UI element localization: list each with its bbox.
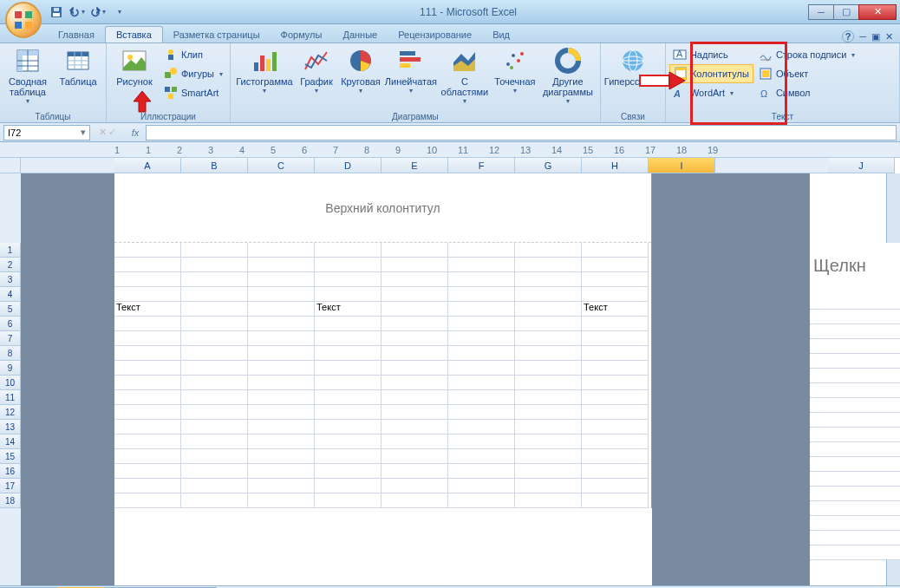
line-chart-icon [303, 47, 330, 75]
office-logo-icon [13, 10, 34, 30]
row-17[interactable]: 17 [0, 479, 21, 493]
shapes-button[interactable]: Фигуры [160, 64, 226, 83]
row-18[interactable]: 18 [0, 493, 21, 508]
row-12[interactable]: 12 [0, 405, 21, 420]
row-3[interactable]: 3 [0, 272, 21, 287]
select-all-button[interactable] [0, 158, 21, 173]
row-8[interactable]: 8 [0, 346, 21, 361]
name-box[interactable]: I72▾ [3, 125, 90, 140]
object-icon [759, 67, 773, 81]
row-1[interactable]: 1 [0, 243, 21, 258]
pivot-table-button[interactable]: Сводная таблица [3, 45, 52, 108]
group-charts: Гистограмма График Круговая Линейчатая С… [231, 43, 601, 122]
svg-rect-27 [168, 94, 173, 99]
svg-point-37 [512, 54, 515, 57]
row-14[interactable]: 14 [0, 434, 21, 449]
col-F[interactable]: F [448, 158, 515, 173]
pie-chart-icon [347, 47, 375, 75]
office-button[interactable] [5, 2, 42, 38]
symbol-icon: Ω [759, 86, 773, 100]
svg-text:A: A [676, 49, 683, 59]
redo-button[interactable] [89, 3, 107, 21]
tab-home[interactable]: Главная [48, 27, 105, 42]
close-button[interactable]: ✕ [858, 4, 897, 20]
col-B[interactable]: B [181, 158, 248, 173]
signature-line-button[interactable]: Строка подписи [755, 45, 858, 64]
svg-rect-30 [266, 59, 271, 71]
title-bar: 111 - Microsoft Excel ─ ▢ ✕ [0, 0, 900, 24]
row-7[interactable]: 7 [0, 331, 21, 346]
formula-input[interactable] [146, 125, 897, 140]
row-16[interactable]: 16 [0, 464, 21, 479]
table-button[interactable]: Таблица [54, 45, 102, 108]
tab-formulas[interactable]: Формулы [271, 27, 333, 42]
smartart-icon [164, 86, 178, 100]
area-chart-button[interactable]: С областями [439, 45, 491, 108]
redo-icon [90, 7, 101, 17]
maximize-button[interactable]: ▢ [833, 4, 859, 20]
qat-customize[interactable] [110, 3, 127, 21]
worksheet-area[interactable]: Верхний колонтитул ТекстТекстТекст Щелкн [21, 173, 886, 585]
picture-icon [121, 47, 148, 75]
col-A[interactable]: A [114, 158, 181, 173]
svg-point-38 [517, 59, 520, 62]
col-I[interactable]: I [649, 158, 715, 173]
bar-chart-button[interactable]: Линейчатая [385, 45, 437, 108]
page-2: Щелкн [810, 243, 900, 560]
row-11[interactable]: 11 [0, 390, 21, 405]
tab-insert[interactable]: Вставка [105, 26, 163, 42]
table-icon [64, 47, 92, 75]
col-D[interactable]: D [315, 158, 382, 173]
line-chart-button[interactable]: График [297, 45, 336, 108]
tab-pagelayout[interactable]: Разметка страницы [163, 27, 271, 42]
svg-rect-31 [272, 52, 277, 71]
minimize-button[interactable]: ─ [808, 4, 834, 20]
row-5[interactable]: 5 [0, 302, 21, 317]
group-links-label: Связи [604, 110, 662, 122]
symbol-button[interactable]: Ω Символ [755, 83, 858, 102]
clipart-icon [164, 48, 178, 62]
page2-header-hint[interactable]: Щелкн [810, 243, 900, 295]
svg-rect-22 [168, 55, 173, 60]
help-icon[interactable]: ? [842, 30, 854, 42]
group-charts-label: Диаграммы [234, 110, 597, 122]
other-charts-icon [554, 47, 582, 75]
save-button[interactable] [48, 3, 65, 21]
row-10[interactable]: 10 [0, 376, 21, 390]
col-E[interactable]: E [382, 158, 448, 173]
page-header[interactable]: Верхний колонтитул [114, 173, 651, 243]
other-charts-button[interactable]: Другие диаграммы [539, 45, 597, 108]
mdi-minimize-icon[interactable]: ─ [859, 31, 866, 42]
window-controls: ─ ▢ ✕ [809, 4, 897, 20]
row-6[interactable]: 6 [0, 317, 21, 331]
undo-button[interactable] [68, 3, 86, 21]
col-C[interactable]: C [248, 158, 315, 173]
scatter-chart-button[interactable]: Точечная [492, 45, 538, 108]
textbox-button[interactable]: A Надпись [669, 45, 753, 64]
row-15[interactable]: 15 [0, 449, 21, 464]
col-G[interactable]: G [515, 158, 582, 173]
mdi-close-icon[interactable]: ✕ [885, 31, 893, 42]
scatter-chart-icon [501, 47, 529, 75]
clipart-button[interactable]: Клип [160, 45, 226, 64]
row-9[interactable]: 9 [0, 361, 21, 376]
smartart-button[interactable]: SmartArt [160, 83, 226, 102]
object-button[interactable]: Объект [755, 64, 858, 83]
column-chart-icon [251, 47, 278, 75]
col-H[interactable]: H [582, 158, 649, 173]
mdi-restore-icon[interactable]: ▣ [871, 31, 880, 42]
col-J[interactable]: J [828, 158, 895, 173]
svg-rect-26 [172, 87, 177, 92]
row-13[interactable]: 13 [0, 420, 21, 434]
tab-data[interactable]: Данные [332, 27, 388, 42]
svg-rect-14 [68, 52, 88, 56]
tab-view[interactable]: Вид [482, 27, 520, 42]
row-2[interactable]: 2 [0, 258, 21, 272]
signature-icon [759, 48, 773, 62]
pie-chart-button[interactable]: Круговая [338, 45, 383, 108]
column-chart-button[interactable]: Гистограмма [234, 45, 295, 108]
tab-review[interactable]: Рецензирование [388, 27, 482, 42]
svg-point-20 [127, 55, 133, 60]
fx-button[interactable]: fx [125, 127, 146, 138]
row-4[interactable]: 4 [0, 287, 21, 302]
